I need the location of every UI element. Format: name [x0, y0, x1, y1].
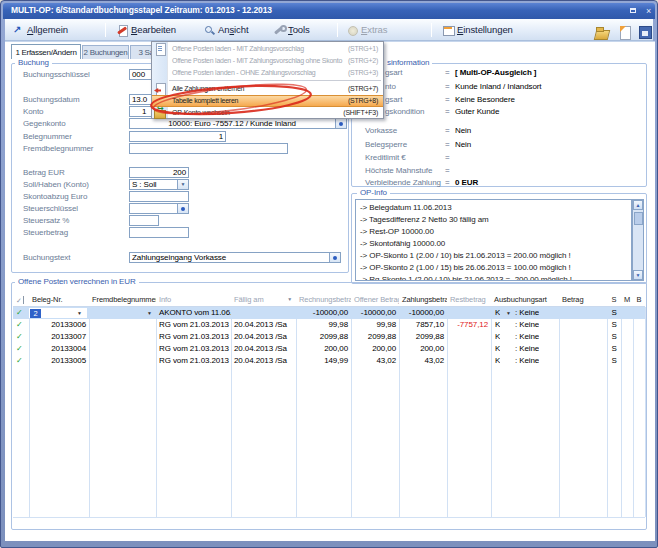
menu-item-alle-zahlungen-entfernen[interactable]: Alle Zahlungen entfernen(STRG+7): [152, 83, 383, 95]
field-gegenkonto[interactable]: 10000: Euro -7557.12 / Kunde Inland: [129, 118, 347, 129]
op-info-scrollbar[interactable]: ▲ ▼: [632, 199, 644, 281]
op-info-line: -> Skontofähig 10000.00: [360, 238, 445, 249]
field-belegnummer[interactable]: 1: [129, 131, 226, 142]
op-info-line: -> OP-Skonto 2 (1.00 / 15) bis 26.06.201…: [360, 262, 571, 273]
toolbar-button-save[interactable]: [639, 22, 655, 38]
menu-item-op-konto-wechseln[interactable]: OP-Konto wechseln(SHIFT+F3): [152, 107, 383, 119]
ausbuchung-dropdown-icon[interactable]: ▼: [506, 310, 511, 316]
field-buchungstext[interactable]: Zahlungseingang Vorkasse: [129, 252, 341, 263]
menu-item-label: Offene Posten landen - OHNE Zahlungsvors…: [172, 67, 316, 79]
column-header-beleg-nr[interactable]: Beleg-Nr.: [29, 293, 89, 306]
menu-separator: [169, 80, 381, 81]
equals-sign: =: [445, 106, 450, 117]
info-label-verbleibende-zahlung: Verbleibende Zahlung: [365, 177, 441, 188]
fremdbeleg-dropdown-icon[interactable]: ▼: [147, 310, 152, 316]
magnifier-icon: [204, 25, 215, 36]
lookup-button[interactable]: [177, 204, 188, 213]
column-header-f-llig-am[interactable]: Fällig am▼: [231, 293, 296, 306]
menubar-item-ansicht[interactable]: Ansicht: [204, 22, 248, 38]
field-steuerbetrag[interactable]: [129, 227, 189, 238]
column-header-betrag[interactable]: Betrag: [559, 293, 607, 306]
column-header-rechnungsbetrag[interactable]: Rechnungsbetrag: [296, 293, 351, 306]
menubar-item-tools[interactable]: Tools: [274, 22, 310, 38]
cell-info: RG vom 21.03.2013: [156, 355, 231, 367]
extras-icon: [347, 25, 358, 36]
check-column-icon: [16, 295, 27, 306]
scrollbar-thumb[interactable]: [634, 212, 643, 225]
menubar-item-allgemein[interactable]: Allgemein: [13, 22, 68, 38]
op-info-line: -> Tagesdifferenz 2 Netto 30 fällig am: [360, 214, 489, 225]
column-header-ausbuchungsart[interactable]: Ausbuchungsart: [491, 293, 559, 306]
row-check-icon: ✓: [13, 355, 29, 367]
cell-info: RG vom 21.03.2013: [156, 331, 231, 343]
menu-item-label: OP-Konto wechseln: [172, 107, 230, 119]
info-value-gskondition: Guter Kunde: [455, 106, 499, 117]
column-header-fremdbelegnummer[interactable]: Fremdbelegnummer: [89, 293, 156, 306]
column-header-restbetrag[interactable]: Restbetrag: [447, 293, 491, 306]
maximize-icon: [630, 8, 636, 13]
column-header-info[interactable]: Info: [156, 293, 231, 306]
new-document-icon: [618, 26, 629, 37]
info-value-nto: Kunde Inland / Inlandsort: [455, 81, 541, 92]
field-soll-haben-konto[interactable]: S : Soll▼: [129, 179, 189, 190]
column-header-b[interactable]: B: [633, 293, 645, 306]
cell-info: AKONTO vom 11.06.201: [156, 307, 231, 319]
info-label-nto: nto: [385, 81, 396, 92]
open-folder-gold-icon: [595, 26, 606, 37]
field-betrag-eur[interactable]: 200: [129, 167, 189, 178]
toolbar-button-open-folder-gold[interactable]: [595, 22, 611, 38]
tab-erfassen-aendern[interactable]: 1 Erfassen/Ändern: [11, 44, 81, 59]
menu-item-tabelle-komplett-leeren[interactable]: Tabelle komplett leeren(STRG+8): [152, 95, 383, 107]
cell-ausbuchung-art: : Keine: [515, 307, 539, 319]
menubar-item-einstellungen[interactable]: Einstellungen: [443, 22, 513, 38]
cell-faellig-am: 20.04.2013 /Sa: [231, 331, 296, 343]
cell-ausbuchung-k: K: [495, 331, 500, 343]
column-header-offener-betrag[interactable]: Offener Betrag: [351, 293, 399, 306]
close-button[interactable]: ×: [642, 6, 655, 17]
tools-context-menu: Offene Posten laden - MIT Zahlungsvorsch…: [151, 41, 384, 119]
maximize-button[interactable]: [627, 6, 640, 17]
cell-s: S: [607, 331, 621, 343]
dropdown-arrow-icon[interactable]: ▼: [177, 180, 188, 189]
menu-item-label: Offene Posten laden - MIT Zahlungsvorsch…: [172, 43, 304, 55]
field-label-gegenkonto: Gegenkonto: [23, 118, 66, 129]
field-skontoabzug-euro[interactable]: [129, 191, 189, 202]
cell-faellig-am: 20.04.2013 /Sa: [231, 319, 296, 331]
field-value: 200: [132, 168, 186, 177]
row-check-icon: ✓: [13, 319, 29, 331]
cell-beleg-nr: 20133004: [29, 343, 89, 355]
info-label-vorkasse: Vorkasse: [365, 125, 397, 136]
column-header-check[interactable]: [13, 293, 29, 306]
cell-ausbuchung-k: K: [495, 319, 500, 331]
lookup-button[interactable]: [329, 253, 340, 262]
info-value-gsart: [ Multi-OP-Ausgleich ]: [455, 67, 536, 78]
cell-offener-betrag: -10000,00: [351, 307, 399, 319]
toolbar-button-new-document[interactable]: [618, 22, 634, 38]
beleg-dropdown-icon[interactable]: ▼: [77, 310, 82, 316]
column-header-s[interactable]: S: [607, 293, 621, 306]
column-header-zahlungsbetrag[interactable]: Zahlungsbetrag: [399, 293, 447, 306]
cell-offener-betrag: 200,00: [351, 343, 399, 355]
field-steuersatz[interactable]: [129, 215, 159, 226]
cell-rechnungsbetrag: 2099,88: [296, 331, 351, 343]
field-label-konto: Konto: [23, 106, 43, 117]
cell-beleg-nr: 20133006: [29, 319, 89, 331]
scroll-up-icon[interactable]: ▲: [633, 200, 643, 210]
field-steuerschl-ssel[interactable]: [129, 203, 189, 214]
konto-info-group-title: sinformation: [384, 58, 432, 68]
edit-icon: [117, 25, 128, 36]
lookup-button[interactable]: [335, 119, 346, 128]
toolbar-separator: [431, 23, 432, 37]
info-value-belegsperre: Nein: [455, 139, 471, 150]
cell-offener-betrag: 2099,88: [351, 331, 399, 343]
column-header-m[interactable]: M: [621, 293, 633, 306]
save-icon: [639, 26, 650, 37]
menu-item-shortcut: (STRG+2): [348, 55, 378, 67]
cell-ausbuchung-art: : Keine: [515, 355, 539, 367]
field-label-buchungstext: Buchungstext: [23, 252, 70, 263]
remove-payments-icon: [154, 83, 165, 94]
field-fremdbelegnummer[interactable]: [129, 143, 288, 154]
scroll-down-icon[interactable]: ▼: [633, 270, 643, 280]
tab-buchungen[interactable]: 2 Buchungen: [82, 45, 129, 59]
menubar-item-bearbeiten[interactable]: Bearbeiten: [117, 22, 176, 38]
